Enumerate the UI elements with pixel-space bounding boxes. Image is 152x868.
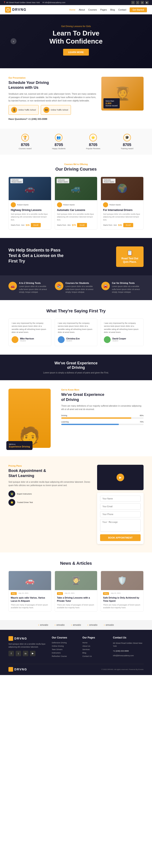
footer-link-refresher[interactable]: Refresher Course — [52, 655, 77, 657]
badge-online-label-2: Online Traffic School — [51, 109, 68, 111]
testimonial-1: I was very impressed by the company serv… — [8, 318, 51, 346]
trophy-icon: 🏆 — [21, 134, 29, 142]
news-title-1: Mauris quis odio Varius, Varius Lacus In… — [11, 596, 49, 602]
news-date-3: July 10, 2021 — [111, 592, 121, 595]
experience-dark-section: We've Great Experienceof Driving Lorem i… — [0, 354, 152, 380]
course-enroll-button-1[interactable]: Enroll — [31, 223, 41, 227]
footer-col-courses: Our Courses Defensive Driving Online Dri… — [52, 636, 77, 659]
news-card-1: 🚗 Blog July 10, 2021 Mauris quis odio Va… — [8, 571, 51, 612]
course-enroll-button-2[interactable]: Enroll — [77, 223, 87, 227]
avatar-3 — [103, 202, 108, 207]
linkedin-icon[interactable]: in — [141, 1, 144, 4]
news-date-2: July 10, 2021 — [65, 592, 75, 595]
footer-page-about[interactable]: About Us — [82, 645, 108, 647]
experience-light-section: 🧑 We're a Experience Driving Get to Know… — [0, 380, 152, 456]
news-tag-2: Blog — [57, 592, 63, 595]
booking-feature-label-2: Trusted Driver Test — [17, 501, 33, 503]
testimonial-3: I was very impressed by the company serv… — [101, 318, 144, 346]
feature-desc-3: Lorem ipsum dolor sit a sensible nulla l… — [112, 285, 144, 294]
footer-page-blog[interactable]: Blog — [82, 652, 108, 654]
author-role-3: Student — [112, 340, 126, 342]
author-avatar-1 — [12, 336, 18, 343]
nav-cta-button[interactable]: Get Started — [129, 7, 147, 12]
booking-name-input[interactable] — [100, 496, 141, 502]
contact-phone: Have Questions? +1 (246) 333-0089 — [8, 118, 96, 120]
nav-pages[interactable]: Pages — [100, 8, 107, 11]
news-tag-3: Blog — [103, 592, 109, 595]
footer-twitter-icon[interactable]: t — [15, 651, 21, 656]
footer-email: info@driveacademy.com — [113, 654, 144, 657]
twitter-icon[interactable]: t — [136, 1, 139, 4]
footer-copyright: © 2022 DRVNG. All rights reserved. Power… — [101, 669, 144, 671]
course-image-3: 🌍 Instructor Robert Martin — [101, 177, 143, 200]
footer-facebook-icon[interactable]: f — [8, 651, 14, 656]
badge-online-traffic: 🚦 Online Traffic School — [8, 105, 39, 115]
car-icon: 🚗 — [8, 282, 17, 290]
price-label-3: Starts from — [103, 224, 112, 226]
nav-about[interactable]: About — [79, 8, 85, 11]
cta-box-title: Road Test Dui Quis Place. — [119, 257, 140, 264]
author-name-2: Christina Eve — [66, 338, 80, 340]
badge-online-label: Online Traffic School — [18, 109, 36, 111]
address-link[interactable]: 📍 68 Street Road Golden Street New York — [3, 1, 40, 4]
price-new-2: $70 — [72, 224, 76, 226]
feature-courses: 📚 Courses for Students Lorem ipsum dolor… — [55, 282, 97, 294]
testimonial-text-1: I was very impressed by the company serv… — [12, 322, 48, 334]
booking-email-input[interactable] — [100, 503, 141, 509]
facebook-icon[interactable]: f — [131, 1, 135, 4]
course-image-1: 🚗 Instructor Robert Martin — [9, 177, 51, 200]
footer-page-services[interactable]: Services — [82, 648, 108, 651]
feature-title-1: A to Z Driving Tests — [19, 282, 51, 284]
news-image-2: 🧑‍🎓 — [55, 571, 97, 590]
author-avatar-3 — [104, 336, 111, 343]
booking-title: Book Appointment &Start Learning — [8, 468, 91, 478]
instructor-tag-3: Instructor Robert Martin — [103, 179, 115, 183]
course-title-3: For International Drivers — [103, 209, 141, 212]
footer-linkedin-icon[interactable]: in — [23, 651, 28, 656]
traffic-light-icon: 🚦 — [11, 107, 17, 113]
course-desc-3: Sed quisque dolor sit a sensible neulla … — [103, 213, 141, 221]
booking-tag: Pricing Plans — [8, 465, 91, 467]
footer-page-home[interactable]: Home — [82, 642, 108, 644]
instructor-name-3: Robert Martin — [109, 204, 121, 206]
booking-phone-input[interactable] — [100, 511, 141, 517]
email-link[interactable]: ✉ info@driveacademy.com — [42, 1, 66, 4]
hero-cta-button[interactable]: LEARN MORE — [63, 49, 89, 56]
progress-learning: Learning 70% — [61, 421, 144, 425]
news-image-1: 🚗 — [9, 571, 51, 590]
play-button[interactable]: ▶ — [117, 474, 124, 481]
about-title: Schedule Your DrivingLessons with Us — [8, 80, 96, 90]
youtube-icon[interactable]: ▶ — [145, 1, 149, 4]
footer-page-contact[interactable]: Contact Us — [82, 655, 108, 657]
nav-contact[interactable]: Contact — [118, 8, 126, 11]
footer-youtube-icon[interactable]: ▶ — [30, 651, 35, 656]
star-icon: ⭐ — [89, 134, 97, 142]
booking-feature-1: 👨‍🏫 Expert Instructors — [8, 491, 91, 497]
footer-link-defensive[interactable]: Defensive Driving — [52, 642, 77, 644]
news-title: News & Articles — [8, 561, 144, 566]
news-section: News & Articles 🚗 Blog July 10, 2021 Mau… — [0, 553, 152, 620]
features-section: 🚗 A to Z Driving Tests Lorem ipsum dolor… — [0, 275, 152, 300]
booking-message-input[interactable] — [100, 519, 141, 532]
hero-section: ‹ › Get Driving Lessons for Girls Learn … — [0, 14, 152, 68]
top-bar: 📍 68 Street Road Golden Street New York … — [0, 0, 152, 5]
hero-prev-button[interactable]: ‹ — [10, 38, 16, 44]
booking-submit-button[interactable]: BOOK APPOINTMENT — [100, 534, 141, 541]
price-old-2: $56 — [68, 224, 71, 226]
nav-home[interactable]: Home — [69, 8, 75, 11]
author-role-2: Student — [66, 340, 80, 342]
price-label-1: Starts from — [11, 224, 20, 226]
booking-section: Pricing Plans Book Appointment &Start Le… — [0, 456, 152, 553]
footer-link-instructors[interactable]: Instructors — [52, 652, 77, 654]
footer-link-online[interactable]: Online Driving — [52, 645, 77, 647]
author-name-3: David Cooper — [112, 338, 126, 340]
clipboard-icon: 📋 — [119, 250, 140, 256]
stats-section: 🏆 8705 Courses Award 👥 8705 Happy Studen… — [0, 129, 152, 155]
instructor-tag-1: Instructor Robert Martin — [10, 179, 23, 183]
nav-courses[interactable]: Courses — [88, 8, 97, 11]
nav-blog[interactable]: Blog — [110, 8, 115, 11]
course-enroll-button-3[interactable]: Enroll — [123, 223, 133, 227]
nav-links: Home About Courses Pages Blog Contact Ge… — [69, 7, 147, 12]
footer-link-teen[interactable]: Teen Drivers — [52, 648, 77, 651]
feature-car-tests: 🚘 Car for Driving Tests Lorem ipsum dolo… — [101, 282, 144, 294]
